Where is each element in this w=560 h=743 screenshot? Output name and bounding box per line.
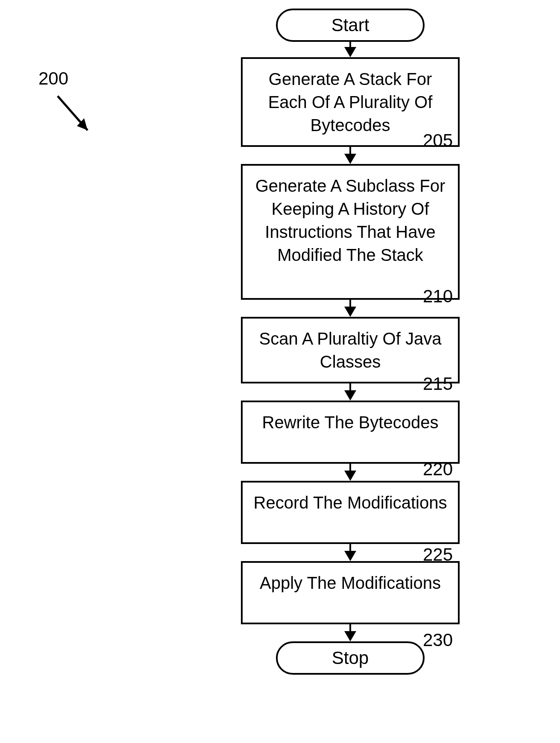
start-text: Start — [331, 15, 369, 35]
stop-terminator: Stop — [276, 641, 425, 675]
step-text: Rewrite The Bytecodes — [262, 413, 439, 432]
step-text: Generate A Subclass For Keeping A Histor… — [255, 176, 446, 264]
step-text: Record The Modifications — [254, 493, 447, 512]
start-terminator: Start — [276, 9, 425, 42]
step-text: Apply The Modifications — [260, 573, 441, 592]
stop-text: Stop — [332, 648, 369, 668]
step-box-210: Generate A Subclass For Keeping A Histor… — [241, 164, 460, 300]
step-label-205: 205 — [423, 130, 453, 151]
step-box-230: Apply The Modifications — [241, 561, 460, 624]
step-box-225: Record The Modifications — [241, 481, 460, 544]
flowchart: Start Generate A Stack For Each Of A Plu… — [231, 9, 470, 675]
step-text: Scan A Pluraltiy Of Java Classes — [259, 329, 442, 371]
step-label-210: 210 — [423, 286, 453, 307]
connector — [231, 42, 470, 57]
step-label-215: 215 — [423, 374, 453, 394]
step-text: Generate A Stack For Each Of A Plurality… — [268, 70, 433, 135]
step-label-230: 230 — [423, 630, 453, 650]
step-box-220: Rewrite The Bytecodes — [241, 401, 460, 464]
figure-number-arrow — [56, 94, 107, 145]
step-label-220: 220 — [423, 459, 453, 480]
figure-number-label: 200 — [38, 68, 68, 89]
